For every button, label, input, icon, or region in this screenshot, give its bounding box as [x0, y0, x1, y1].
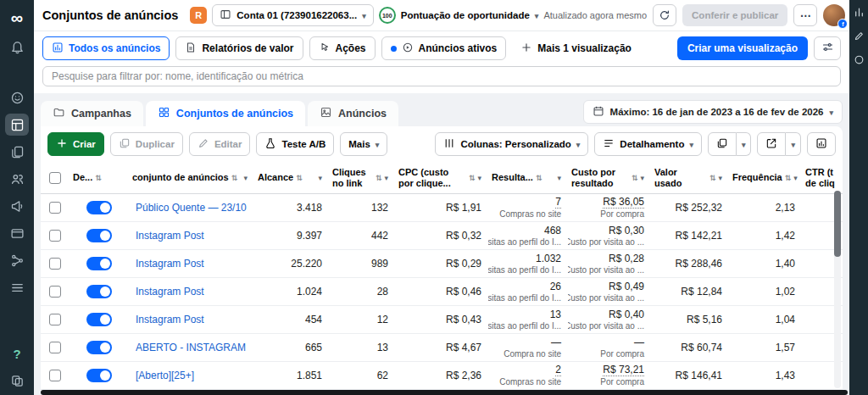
table-row[interactable]: ABERTO - INSTAGRAM 665 13 R$ 4,67 —Compr… [41, 334, 843, 362]
delivery-toggle[interactable] [70, 306, 129, 333]
create-button[interactable]: Criar [47, 132, 104, 156]
view-tab-active-ads[interactable]: Anúncios ativos [381, 36, 507, 60]
row-checkbox[interactable] [41, 334, 70, 361]
table-row[interactable]: Público Quente — 23/10 3.418 132 R$ 1,91… [41, 194, 843, 222]
col-header-link-clicks[interactable]: Cliques no link [329, 162, 395, 193]
col-header-cost-per-result[interactable]: Custo por resultado [568, 162, 651, 193]
tab-campaigns[interactable]: Campanhas [41, 101, 143, 126]
results-cell: 468Visitas ao perfil do I... [488, 222, 568, 249]
edit-pencil-icon[interactable] [854, 31, 865, 42]
status-circle-icon[interactable] [854, 54, 865, 65]
breakdown-button[interactable]: Detalhamento [594, 132, 702, 156]
vertical-scrollbar[interactable] [834, 191, 841, 388]
reports-caret-button[interactable] [737, 132, 752, 156]
table-row[interactable]: Instagram Post 25.220 989 R$ 0,29 1.032V… [41, 250, 843, 278]
adset-name-link[interactable]: Instagram Post [136, 258, 204, 270]
ab-test-button[interactable]: Teste A/B [256, 132, 334, 156]
payments-card-icon[interactable] [5, 222, 29, 244]
adset-name-link[interactable]: ABERTO - INSTAGRAM [136, 342, 246, 353]
table-row[interactable]: Instagram Post 1.024 28 R$ 0,46 26Visita… [41, 278, 843, 306]
view-settings-button[interactable] [814, 36, 841, 60]
events-manager-icon[interactable] [5, 249, 29, 271]
delivery-toggle[interactable] [70, 334, 129, 361]
table-row[interactable]: Instagram Post 9.397 442 R$ 0,32 468Visi… [41, 222, 843, 250]
chevron-down-icon [376, 139, 380, 149]
link-clicks-cell: 442 [329, 222, 395, 249]
view-tab-all-ads[interactable]: Todos os anúncios [42, 36, 170, 60]
table-row[interactable]: [Aberto][25+] 1.851 62 R$ 2,36 2Compras … [41, 362, 843, 390]
notifications-icon[interactable] [5, 36, 29, 58]
view-tab-actions[interactable]: Ações [309, 36, 376, 60]
col-header-amount-spent[interactable]: Valor usado [651, 162, 729, 193]
view-tab-more-views[interactable]: Mais 1 visualização [512, 36, 640, 60]
more-actions-button[interactable]: Mais [340, 132, 387, 156]
duplicate-button[interactable]: Duplicar [110, 132, 183, 156]
adset-name-link[interactable]: Instagram Post [136, 230, 204, 242]
ads-manager-icon[interactable] [5, 114, 29, 136]
billing-documents-icon[interactable] [5, 141, 29, 163]
date-range-selector[interactable]: Máximo: 16 de jan de 2023 a 16 de fev de… [583, 100, 843, 124]
create-view-button[interactable]: Criar uma visualização [677, 36, 808, 60]
reach-cell: 665 [254, 334, 329, 361]
export-button[interactable] [757, 132, 786, 156]
col-header-frequency[interactable]: Frequência [729, 162, 802, 193]
edit-button[interactable]: Editar [189, 132, 251, 156]
refresh-button[interactable] [653, 4, 676, 26]
charts-button[interactable] [807, 132, 836, 156]
columns-button[interactable]: Colunas: Personalizado [435, 132, 588, 156]
delivery-toggle[interactable] [70, 362, 129, 389]
filter-search-input[interactable] [42, 66, 841, 86]
cost-per-result-cell: R$ 73,21Por compra [568, 362, 651, 389]
adset-name-link[interactable]: Público Quente — 23/10 [136, 202, 247, 214]
link-clicks-cell: 13 [329, 334, 395, 361]
delivery-toggle[interactable] [70, 250, 129, 277]
chevron-down-icon [742, 139, 746, 149]
select-all-checkbox[interactable] [41, 162, 70, 193]
promote-megaphone-icon[interactable] [5, 195, 29, 217]
cost-per-result-cell: R$ 0,30Custo por visita ao ... [568, 222, 651, 249]
view-tab-value-reports[interactable]: Relatórios de valor [175, 36, 303, 60]
more-options-button[interactable]: ⋯ [793, 4, 817, 26]
horizontal-scrollbar[interactable] [41, 390, 848, 395]
row-checkbox[interactable] [41, 362, 70, 389]
delivery-toggle[interactable] [70, 194, 129, 221]
help-icon[interactable]: ? [5, 342, 29, 364]
row-checkbox[interactable] [41, 250, 70, 277]
account-selector[interactable]: Conta 01 (723901622063... [212, 4, 373, 26]
tab-ads[interactable]: Anúncios [308, 101, 398, 126]
col-header-delivery[interactable]: De... [70, 162, 129, 193]
adset-name-link[interactable]: Instagram Post [136, 314, 204, 325]
table-row[interactable]: Instagram Post 454 12 R$ 0,43 13Visitas … [41, 306, 843, 334]
insights-chart-icon[interactable] [854, 7, 865, 18]
chevron-down-icon [477, 172, 481, 183]
score-label: Pontuação de oportunidade [401, 10, 530, 20]
row-checkbox[interactable] [41, 222, 70, 249]
reports-button[interactable] [708, 132, 737, 156]
col-header-ctr[interactable]: CTR (t de cliq [802, 162, 843, 193]
opportunity-score-selector[interactable]: 100 Pontuação de oportunidade [379, 7, 539, 24]
all-tools-menu-icon[interactable] [5, 276, 29, 298]
chart-icon [815, 137, 827, 151]
delivery-toggle[interactable] [70, 278, 129, 305]
meta-logo[interactable]: ∞ [5, 5, 29, 31]
plus-icon [56, 137, 68, 151]
profile-avatar[interactable]: f [823, 4, 845, 26]
row-checkbox[interactable] [41, 306, 70, 333]
adset-name-link[interactable]: Instagram Post [136, 286, 204, 298]
tab-ad-sets[interactable]: Conjuntos de anúncios [146, 101, 305, 126]
collections-icon[interactable] [5, 370, 29, 392]
col-header-cpc[interactable]: CPC (custo por clique... [395, 162, 488, 193]
col-header-reach[interactable]: Alcance [254, 162, 329, 193]
row-checkbox[interactable] [41, 194, 70, 221]
review-publish-button[interactable]: Conferir e publicar [682, 4, 787, 26]
audiences-icon[interactable] [5, 168, 29, 190]
chevron-down-icon [689, 139, 693, 149]
adset-name-link[interactable]: [Aberto][25+] [136, 370, 194, 381]
col-header-results[interactable]: Resulta... [488, 162, 568, 193]
account-smiley-icon[interactable] [5, 86, 29, 108]
scrollbar-thumb[interactable] [834, 191, 841, 257]
delivery-toggle[interactable] [70, 222, 129, 249]
row-checkbox[interactable] [41, 278, 70, 305]
col-header-adset-name[interactable]: conjunto de anúncios [129, 162, 254, 193]
export-caret-button[interactable] [786, 132, 801, 156]
